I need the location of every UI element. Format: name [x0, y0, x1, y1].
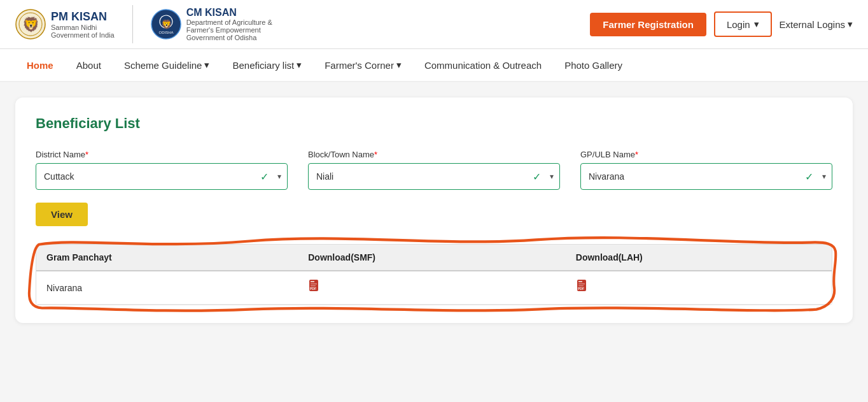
- svg-text:🦁: 🦁: [22, 16, 40, 33]
- external-logins-chevron-down-icon: ▾: [848, 18, 853, 30]
- header-logos: 🦁 PM KISAN Samman Nidhi Government of In…: [15, 5, 272, 43]
- pm-kisan-title: PM KISAN: [51, 10, 115, 24]
- gp-required-star: *: [635, 150, 638, 159]
- smf-pdf-icon-svg: PDF: [308, 279, 322, 293]
- district-check-icon: ✓: [260, 171, 269, 183]
- district-form-group: District Name* Cuttack ✓ ▾: [36, 150, 288, 190]
- main-content: Beneficiary List District Name* Cuttack …: [0, 82, 868, 338]
- odisha-emblem-icon: 🦁 ODISHA: [151, 9, 181, 39]
- svg-text:🦁: 🦁: [160, 19, 172, 30]
- cm-kisan-sub3: Government of Odisha: [186, 34, 272, 41]
- smf-pdf-download-icon[interactable]: PDF: [308, 282, 322, 296]
- cm-kisan-sub2: Farmer's Empowerment: [186, 26, 272, 34]
- cm-kisan-text: CM KISAN Department of Agriculture & Far…: [186, 7, 272, 41]
- block-form-group: Block/Town Name* Niali ✓ ▾: [308, 150, 560, 190]
- svg-text:PDF: PDF: [578, 287, 584, 291]
- block-required-star: *: [374, 150, 377, 159]
- beneficiary-list-chevron-icon: ▾: [297, 59, 302, 71]
- scheme-guideline-chevron-icon: ▾: [204, 59, 209, 71]
- nav-item-communication-outreach[interactable]: Communication & Outreach: [413, 50, 553, 81]
- district-required-star: *: [85, 150, 88, 159]
- svg-text:PDF: PDF: [310, 287, 316, 291]
- login-chevron-down-icon: ▾: [754, 18, 759, 30]
- nav-item-farmers-corner[interactable]: Farmer's Corner ▾: [313, 49, 413, 81]
- cell-smf-download: PDF: [298, 271, 566, 305]
- col-download-lah: Download(LAH): [566, 245, 832, 271]
- gp-form-group: GP/ULB Name* Nivarana ✓ ▾: [580, 150, 832, 190]
- cell-gram-panchayat: Nivarana: [36, 271, 298, 305]
- cm-kisan-logo: 🦁 ODISHA CM KISAN Department of Agricult…: [151, 7, 272, 41]
- col-download-smf: Download(SMF): [298, 245, 566, 271]
- main-navbar: Home About Scheme Guideline ▾ Beneficiar…: [0, 49, 868, 82]
- block-check-icon: ✓: [533, 171, 541, 183]
- table-scribble-container: Gram Panchayt Download(SMF) Download(LAH…: [36, 244, 832, 305]
- farmers-corner-chevron-icon: ▾: [396, 59, 402, 71]
- farmer-registration-button[interactable]: Farmer Registration: [590, 13, 706, 36]
- card-title: Beneficiary List: [36, 115, 832, 132]
- cm-kisan-sub1: Department of Agriculture &: [186, 18, 272, 26]
- pm-kisan-sub1: Samman Nidhi: [51, 24, 115, 31]
- view-button[interactable]: View: [36, 203, 88, 226]
- svg-text:ODISHA: ODISHA: [158, 31, 173, 34]
- svg-rect-9: [311, 284, 317, 284]
- results-table-wrapper: Gram Panchayt Download(SMF) Download(LAH…: [36, 244, 832, 305]
- block-select[interactable]: Niali: [308, 163, 560, 190]
- svg-rect-14: [578, 284, 585, 284]
- district-label: District Name*: [36, 150, 288, 159]
- pm-kisan-sub2: Government of India: [51, 31, 115, 39]
- pm-kisan-logo: 🦁 PM KISAN Samman Nidhi Government of In…: [15, 9, 115, 39]
- cm-kisan-title: CM KISAN: [186, 7, 272, 18]
- table-header-row: Gram Panchayt Download(SMF) Download(LAH…: [36, 245, 832, 271]
- gp-select[interactable]: Nivarana: [580, 163, 832, 190]
- login-button[interactable]: Login ▾: [714, 11, 772, 37]
- block-select-wrapper: Niali ✓ ▾: [308, 163, 560, 190]
- svg-rect-13: [578, 281, 582, 282]
- lah-pdf-icon-svg: PDF: [576, 279, 590, 293]
- nav-item-photo-gallery[interactable]: Photo Gallery: [553, 50, 634, 81]
- header-actions: Farmer Registration Login ▾ External Log…: [590, 11, 853, 37]
- nav-item-about[interactable]: About: [65, 50, 113, 81]
- district-select-wrapper: Cuttack ✓ ▾: [36, 163, 288, 190]
- site-header: 🦁 PM KISAN Samman Nidhi Government of In…: [0, 0, 868, 49]
- pm-kisan-text: PM KISAN Samman Nidhi Government of Indi…: [51, 10, 115, 39]
- beneficiary-table: Gram Panchayt Download(SMF) Download(LAH…: [36, 245, 832, 305]
- external-logins-button[interactable]: External Logins ▾: [780, 18, 853, 30]
- block-label: Block/Town Name*: [308, 150, 560, 159]
- cell-lah-download: PDF: [566, 271, 832, 305]
- nav-item-scheme-guideline[interactable]: Scheme Guideline ▾: [113, 49, 221, 81]
- lah-pdf-download-icon[interactable]: PDF: [576, 282, 590, 296]
- gp-select-wrapper: Nivarana ✓ ▾: [580, 163, 832, 190]
- svg-rect-8: [311, 281, 314, 282]
- nav-item-home[interactable]: Home: [15, 50, 65, 81]
- col-gram-panchayat: Gram Panchayt: [36, 245, 298, 271]
- beneficiary-list-card: Beneficiary List District Name* Cuttack …: [15, 97, 853, 323]
- gp-check-icon: ✓: [805, 171, 813, 183]
- nav-item-beneficiary-list[interactable]: Beneficiary list ▾: [221, 49, 313, 81]
- india-emblem-icon: 🦁: [15, 9, 46, 39]
- table-row: Nivarana PDF: [36, 271, 832, 305]
- filter-form-row: District Name* Cuttack ✓ ▾ Block/Town Na…: [36, 150, 832, 190]
- header-divider: [132, 5, 133, 43]
- district-select[interactable]: Cuttack: [36, 163, 288, 190]
- gp-label: GP/ULB Name*: [580, 150, 832, 159]
